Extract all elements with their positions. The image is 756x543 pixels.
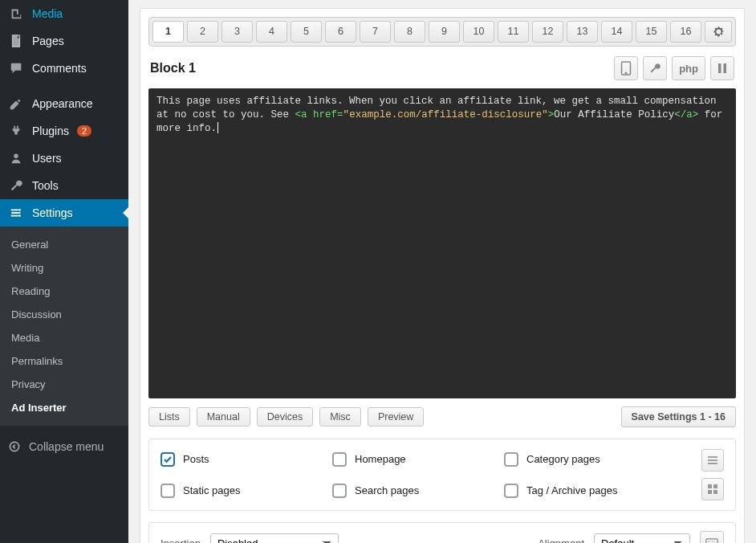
tab-16[interactable]: 16 [670,21,701,43]
appearance-icon [8,96,24,111]
ad-inserter-panel: 1 2 3 4 5 6 7 8 9 10 11 12 13 14 15 16 [140,8,745,543]
alignment-preview-button[interactable] [700,531,724,543]
tab-6[interactable]: 6 [325,21,356,43]
sidebar-item-label: Tools [32,179,59,192]
subitem-reading[interactable]: Reading [0,280,128,303]
checkbox-label: Tag / Archive pages [526,484,617,496]
subitem-permalinks[interactable]: Permalinks [0,349,128,373]
text-cursor [217,122,218,133]
tab-1[interactable]: 1 [152,21,184,43]
block-header-tools: php [614,56,734,80]
comments-icon [8,61,24,76]
sidebar-item-users[interactable]: Users [0,145,128,172]
sidebar-item-label: Appearance [32,97,93,110]
keyboard-icon [705,538,718,543]
target-view-toggles [676,449,724,500]
plugins-update-badge: 2 [77,125,91,137]
collapse-menu[interactable]: Collapse menu [0,432,128,461]
checkbox-static-pages[interactable]: Static pages [161,484,332,498]
sidebar-item-label: Users [32,152,62,165]
sidebar-item-appearance[interactable]: Appearance [0,90,128,117]
misc-button[interactable]: Misc [319,407,361,427]
gear-icon [713,26,725,38]
manual-button[interactable]: Manual [197,407,250,427]
settings-submenu: General Writing Reading Discussion Media… [0,227,128,426]
checkbox-category[interactable]: Category pages [504,452,676,467]
grid-view-button[interactable] [701,478,724,500]
tab-8[interactable]: 8 [394,21,425,43]
checkbox-icon [332,484,347,498]
users-icon [8,151,24,165]
sidebar-item-plugins[interactable]: Plugins 2 [0,117,128,145]
tab-10[interactable]: 10 [463,21,494,43]
tab-settings-gear[interactable] [705,21,732,43]
php-toggle-button[interactable]: php [672,56,705,80]
subitem-discussion[interactable]: Discussion [0,303,128,326]
tools-button[interactable] [643,56,667,80]
list-view-button[interactable] [701,449,724,472]
lists-button[interactable]: Lists [148,407,190,427]
sidebar-item-media[interactable]: Media [0,0,128,27]
tab-9[interactable]: 9 [429,21,460,43]
page-targets: Posts Homepage Category pages Static pag… [148,439,736,511]
insertion-row: Insertion Disabled Alignment Default [148,522,736,543]
tools-icon [8,178,24,193]
subitem-ad-inserter[interactable]: Ad Inserter [0,396,128,419]
tab-11[interactable]: 11 [498,21,529,43]
svg-point-5 [18,209,21,211]
option-buttons-row: Lists Manual Devices Misc Preview Save S… [148,406,736,427]
svg-rect-4 [11,215,18,217]
pause-icon [717,63,727,74]
svg-point-10 [625,72,627,74]
checkbox-homepage[interactable]: Homepage [332,452,504,467]
tab-12[interactable]: 12 [532,21,563,43]
checkbox-search-pages[interactable]: Search pages [332,484,504,498]
device-preview-button[interactable] [614,56,638,80]
insertion-select[interactable]: Disabled [210,533,339,544]
tab-2[interactable]: 2 [187,21,218,43]
block-header: Block 1 php [148,55,736,88]
checkbox-icon [161,452,175,467]
svg-point-7 [18,214,21,217]
subitem-writing[interactable]: Writing [0,256,128,280]
svg-rect-16 [713,490,717,494]
checkbox-posts[interactable]: Posts [161,452,332,467]
checkbox-label: Search pages [355,484,419,496]
checkbox-label: Category pages [526,453,600,465]
sidebar-item-label: Plugins [32,125,69,137]
settings-icon [8,206,24,220]
subitem-media[interactable]: Media [0,326,128,349]
preview-button[interactable]: Preview [368,407,424,427]
block-tabs: 1 2 3 4 5 6 7 8 9 10 11 12 13 14 15 16 [148,17,736,47]
tab-5[interactable]: 5 [291,21,322,43]
code-editor[interactable]: This page uses affiliate links. When you… [148,88,736,398]
tab-14[interactable]: 14 [601,21,632,43]
pause-button[interactable] [710,56,734,80]
subitem-privacy[interactable]: Privacy [0,373,128,396]
svg-rect-14 [713,484,717,488]
tab-15[interactable]: 15 [636,21,667,43]
tab-7[interactable]: 7 [360,21,391,43]
tab-3[interactable]: 3 [222,21,253,43]
save-settings-button[interactable]: Save Settings 1 - 16 [621,406,736,427]
checkbox-tag-archive[interactable]: Tag / Archive pages [504,484,676,498]
plugins-icon [8,124,24,138]
tablet-icon [620,61,632,76]
sidebar-item-label: Media [32,7,63,20]
sidebar-item-comments[interactable]: Comments [0,55,128,82]
checkbox-icon [161,484,175,498]
sidebar-item-label: Comments [32,62,87,75]
checkbox-label: Posts [183,453,209,465]
admin-sidebar: Media Pages Comments Appearance Plugins … [0,0,128,543]
media-icon [8,6,24,21]
devices-button[interactable]: Devices [257,407,313,427]
alignment-select[interactable]: Default [594,533,690,544]
subitem-general[interactable]: General [0,233,128,256]
tab-13[interactable]: 13 [567,21,598,43]
grid-icon [707,484,718,495]
sidebar-item-settings[interactable]: Settings [0,199,128,227]
checkbox-label: Static pages [183,484,241,496]
tab-4[interactable]: 4 [256,21,287,43]
sidebar-item-tools[interactable]: Tools [0,172,128,199]
sidebar-item-pages[interactable]: Pages [0,27,128,55]
